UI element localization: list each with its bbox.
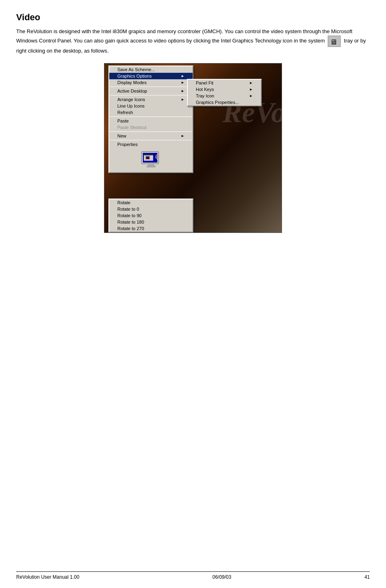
- context-menu-sub: Panel Fit ► Hot Keys ► Tray Icon ► Graph…: [187, 79, 262, 106]
- menu-item-properties[interactable]: Properties: [109, 141, 193, 148]
- arrow-icon: ►: [249, 81, 253, 85]
- menu-separator-3: [110, 116, 192, 117]
- menu-item-new[interactable]: New ►: [109, 133, 193, 139]
- menu-item-save-as-scheme[interactable]: Save As Scheme...: [109, 66, 193, 73]
- menu-separator-1: [110, 87, 192, 87]
- svg-rect-2: [149, 164, 153, 166]
- arrow-icon: ►: [181, 80, 185, 85]
- menu-item-line-up-icons[interactable]: Line Up Icons: [109, 103, 193, 109]
- menu-item-rotate-90[interactable]: Rotate to 90: [109, 212, 193, 219]
- arrow-icon: ►: [181, 97, 185, 102]
- footer-right: 41: [365, 574, 370, 580]
- footer: ReVolution User Manual 1.00 06/09/03 41: [16, 571, 370, 580]
- screenshot-wrapper: ReVo Save As Scheme... Graphics Options …: [16, 63, 370, 233]
- sub-menu-item-graphics-properties[interactable]: Graphics Properties...: [188, 99, 261, 106]
- monitor-icon: [140, 151, 162, 169]
- sub-menu-item-tray-icon[interactable]: Tray Icon ►: [188, 93, 261, 99]
- menu-separator-4: [110, 131, 192, 132]
- menu-item-refresh[interactable]: Refresh: [109, 109, 193, 116]
- tray-icon-inline-image: [328, 36, 341, 47]
- footer-center: 06/09/03: [212, 574, 231, 580]
- menu-item-paste[interactable]: Paste: [109, 118, 193, 124]
- menu-item-active-desktop[interactable]: Active Desktop ►: [109, 88, 193, 94]
- rotate-section: Rotate Rotate to 0 Rotate to 90 Rotate t…: [108, 199, 193, 233]
- menu-item-paste-shortcut[interactable]: Paste Shortcut: [109, 124, 193, 131]
- menu-separator-2: [110, 95, 192, 95]
- menu-item-rotate-180[interactable]: Rotate to 180: [109, 219, 193, 225]
- arrow-icon: ►: [181, 74, 185, 78]
- menu-item-arrange-icons[interactable]: Arrange Icons ►: [109, 96, 193, 103]
- context-menu-main: Save As Scheme... Graphics Options ► Dis…: [108, 66, 193, 173]
- arrow-icon: ►: [181, 134, 185, 138]
- intro-paragraph: The ReVolution is designed with the Inte…: [16, 27, 368, 55]
- page-title: Video: [16, 12, 370, 23]
- menu-item-rotate-270[interactable]: Rotate to 270: [109, 225, 193, 232]
- svg-rect-5: [144, 154, 153, 155]
- arrow-icon: ►: [249, 87, 253, 91]
- menu-separator-5: [110, 140, 192, 140]
- svg-rect-8: [146, 157, 149, 157]
- arrow-icon: ►: [249, 94, 253, 98]
- menu-item-rotate-0[interactable]: Rotate to 0: [109, 206, 193, 212]
- arrow-icon: ►: [181, 89, 185, 93]
- menu-item-rotate[interactable]: Rotate: [109, 199, 193, 206]
- sub-menu-item-panel-fit[interactable]: Panel Fit ►: [188, 80, 261, 86]
- svg-rect-3: [147, 166, 155, 167]
- sub-menu-item-hot-keys[interactable]: Hot Keys ►: [188, 86, 261, 93]
- footer-left: ReVolution User Manual 1.00: [16, 574, 79, 580]
- screenshot-area: ReVo Save As Scheme... Graphics Options …: [104, 63, 282, 233]
- menu-item-display-modes[interactable]: Display Modes ►: [109, 79, 193, 86]
- monitor-icon-area: [109, 148, 193, 172]
- menu-item-graphics-options[interactable]: Graphics Options ►: [109, 73, 193, 79]
